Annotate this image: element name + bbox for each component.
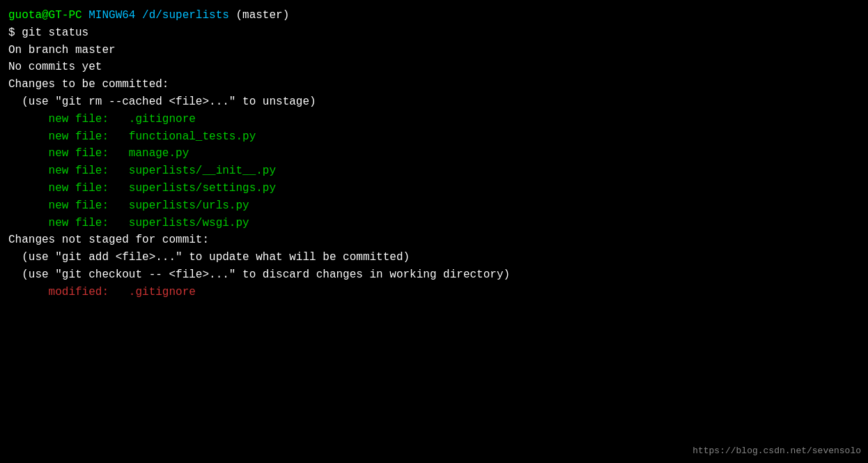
terminal-line: On branch master — [8, 42, 860, 59]
terminal-line: (use "git checkout -- <file>..." to disc… — [22, 266, 860, 284]
terminal-window: guota@GT-PC MINGW64 /d/superlists (maste… — [0, 0, 868, 308]
terminal-line: new file: manage.py — [49, 145, 860, 162]
prompt-path: /d/superlists — [135, 7, 228, 24]
terminal-line: new file: superlists/urls.py — [49, 197, 860, 215]
terminal-line: new file: .gitignore — [49, 111, 860, 128]
watermark: https://blog.csdn.net/sevensolo — [692, 446, 861, 456]
terminal-line: Changes not staged for commit: — [8, 232, 860, 249]
terminal-line: new file: superlists/wsgi.py — [49, 215, 860, 232]
terminal-line: new file: functional_tests.py — [49, 128, 860, 146]
terminal-line: No commits yet — [8, 59, 860, 76]
prompt-shell: MINGW64 — [82, 7, 136, 24]
terminal-line: (use "git rm --cached <file>..." to unst… — [22, 93, 860, 111]
terminal-line: new file: superlists/settings.py — [49, 180, 860, 197]
prompt-branch: (master) — [229, 7, 289, 24]
terminal-line: new file: superlists/__init__.py — [49, 162, 860, 180]
prompt-user: guota@GT-PC — [8, 7, 82, 24]
terminal-line: modified: .gitignore — [49, 284, 860, 301]
output-area: On branch masterNo commits yetChanges to… — [8, 42, 860, 301]
command-line: $ git status — [8, 24, 860, 42]
terminal-line: (use "git add <file>..." to update what … — [22, 249, 860, 266]
terminal-line: Changes to be committed: — [8, 76, 860, 93]
prompt-line: guota@GT-PC MINGW64 /d/superlists (maste… — [8, 7, 860, 24]
